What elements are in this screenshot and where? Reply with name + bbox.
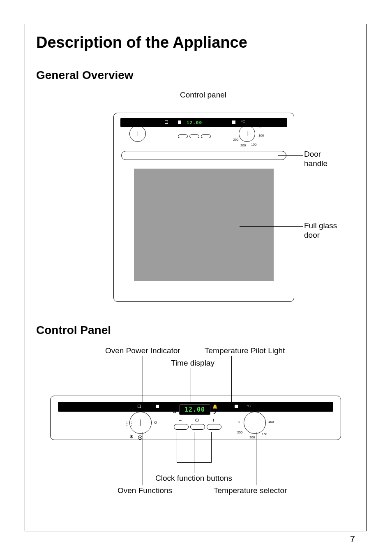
bell-icon: 🔔	[212, 404, 217, 409]
light-icon: ☼	[237, 420, 240, 424]
temp-tick: 150	[251, 143, 256, 146]
degc-icon: °C	[241, 120, 245, 124]
end-time-icon: ↦	[173, 410, 176, 415]
time-display: 12.00	[179, 404, 210, 415]
label-control-panel: Control panel	[180, 90, 226, 100]
door-handle	[121, 151, 286, 160]
page-title: Description of the Appliance	[36, 34, 355, 51]
function-icon: ⦿	[138, 435, 143, 441]
label-door-handle: Door	[304, 150, 321, 159]
label-glass-door-2: door	[304, 231, 320, 240]
control-panel-outline: °C ⋮⋮ ☼ ⦿ ❄ 12.00 ⇥ ↦ 🔔 ⏱ − ⏲ + ☼ 50 100…	[50, 396, 341, 440]
label-power-indicator: Oven Power Indicator	[105, 346, 180, 355]
function-icon: ⋮⋮	[125, 421, 134, 426]
label-time-display: Time display	[171, 359, 214, 368]
temperature-knob	[244, 412, 266, 434]
temp-tick-250: 250	[237, 431, 242, 434]
temp-tick: 250	[233, 138, 238, 141]
oven-glass-door	[134, 169, 274, 281]
indicator-icon	[232, 120, 235, 125]
leader-line	[143, 432, 143, 485]
clock-button	[174, 424, 189, 430]
function-icon: ☼	[153, 419, 158, 425]
page-number: 7	[350, 534, 355, 544]
figure-control-panel: Oven Power Indicator Temperature Pilot L…	[36, 378, 355, 522]
label-oven-functions: Oven Functions	[118, 486, 172, 495]
label-temp-selector: Temperature selector	[214, 486, 287, 495]
leader-line	[194, 432, 194, 462]
label-door-handle-2: handle	[304, 159, 327, 168]
power-indicator-icon	[138, 405, 141, 409]
leader-line	[240, 226, 303, 227]
section-panel-heading: Control Panel	[36, 324, 111, 337]
indicator-icon	[165, 120, 168, 125]
temp-tick: 100	[258, 134, 264, 137]
oven-function-knob-small	[129, 125, 146, 142]
leader-line	[177, 432, 177, 462]
label-glass-door: Full glass	[304, 221, 337, 230]
clock-button-small	[189, 134, 199, 138]
leader-line	[211, 432, 212, 462]
label-clock-buttons: Clock function buttons	[155, 474, 232, 483]
degc-icon: °C	[247, 404, 251, 408]
timer-icon: ⏱	[212, 410, 217, 415]
label-pilot-light: Temperature Pilot Light	[205, 346, 285, 355]
time-display-small: 12.00	[183, 119, 206, 126]
section-overview-heading: General Overview	[36, 69, 355, 82]
leader-line	[278, 155, 303, 156]
leader-line	[194, 462, 194, 473]
leader-line	[256, 432, 256, 485]
indicator-icon	[178, 120, 181, 125]
indicator-icon	[156, 405, 159, 409]
minus-icon: −	[179, 417, 182, 423]
clock-button	[190, 424, 205, 430]
clock-button-small	[201, 134, 211, 138]
function-icon: ❄	[129, 434, 134, 440]
temp-tick-50: 50	[263, 408, 266, 412]
pilot-light-icon	[235, 405, 238, 409]
temp-tick-100: 100	[268, 420, 274, 424]
clock-button	[207, 424, 221, 430]
temp-tick: 50	[258, 125, 261, 129]
clock-icon: ⏲	[195, 417, 200, 423]
clock-button-small	[178, 134, 188, 138]
temperature-knob-small	[239, 125, 255, 142]
figure-oven-overview: Control panel °C 12.00 50 100 150 200 25…	[36, 90, 355, 313]
temp-tick-200: 200	[249, 436, 255, 439]
temp-tick: 200	[240, 144, 246, 147]
start-time-icon: ⇥	[173, 404, 176, 409]
plus-icon: +	[212, 417, 215, 423]
oven-outline: °C 12.00 50 100 150 200 250	[113, 113, 294, 302]
temp-tick-150: 150	[262, 432, 267, 436]
